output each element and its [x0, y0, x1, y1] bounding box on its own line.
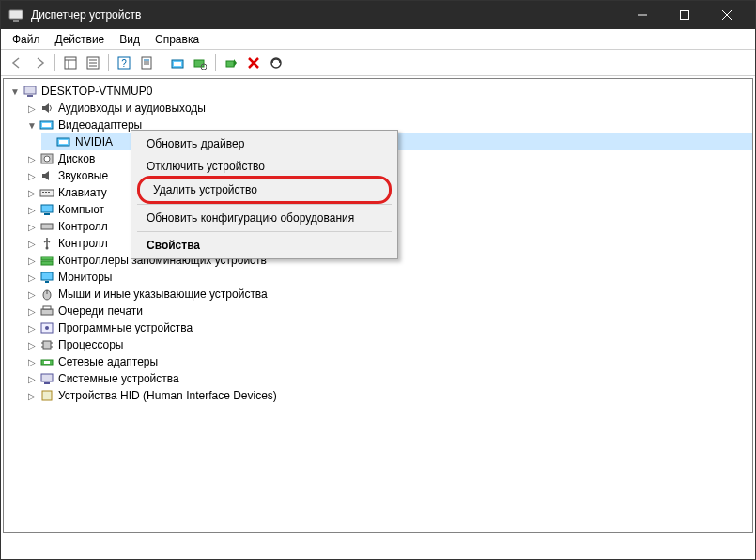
svg-text:?: ? [121, 58, 127, 69]
chevron-right-icon[interactable]: ▷ [26, 305, 38, 317]
content-area: ▼ DESKTOP-VTNMUP0 ▷Аудиовходы и аудиовых… [1, 76, 755, 535]
network-icon [39, 354, 54, 369]
chevron-down-icon[interactable]: ▼ [26, 119, 38, 131]
svg-rect-53 [43, 341, 51, 349]
menubar: Файл Действие Вид Справка [1, 29, 755, 50]
svg-point-52 [45, 326, 49, 330]
svg-rect-44 [41, 261, 53, 265]
tree-label: Мониторы [58, 271, 112, 284]
chevron-right-icon[interactable]: ▷ [26, 153, 38, 164]
tree-label: DESKTOP-VTNMUP0 [41, 85, 152, 98]
keyboard-icon [39, 185, 54, 200]
svg-rect-6 [65, 57, 76, 69]
sound-icon [39, 168, 54, 183]
tree-item-print-queues[interactable]: ▷Очереди печати [24, 303, 752, 319]
chevron-right-icon[interactable]: ▷ [26, 339, 38, 350]
monitor-icon [39, 270, 54, 285]
show-all-button[interactable] [83, 53, 103, 73]
svg-rect-59 [44, 361, 50, 364]
statusbar [3, 537, 753, 557]
help-button[interactable]: ? [114, 53, 134, 73]
cpu-icon [39, 337, 54, 352]
tree-item-audio[interactable]: ▷Аудиовходы и аудиовыходы [24, 100, 752, 117]
device-tree-pane[interactable]: ▼ DESKTOP-VTNMUP0 ▷Аудиовходы и аудиовых… [3, 78, 753, 533]
context-update-driver[interactable]: Обновить драйвер [133, 132, 395, 155]
chevron-right-icon[interactable]: ▷ [26, 322, 38, 334]
toolbar-separator [162, 54, 162, 71]
svg-rect-39 [41, 205, 53, 212]
show-hide-tree-button[interactable] [60, 53, 81, 73]
chevron-right-icon[interactable]: ▷ [26, 102, 38, 114]
menu-file[interactable]: Файл [5, 31, 48, 48]
toolbar-separator [215, 54, 216, 71]
svg-rect-62 [42, 391, 52, 400]
context-uninstall-device[interactable]: Удалить устройство [140, 179, 389, 201]
tree-label: Мыши и иные указывающие устройства [58, 288, 268, 301]
context-disable-device[interactable]: Отключить устройство [133, 155, 395, 178]
svg-rect-41 [41, 224, 53, 229]
chevron-right-icon[interactable]: ▷ [26, 356, 38, 367]
svg-rect-23 [226, 61, 234, 67]
svg-rect-46 [45, 281, 49, 283]
close-button[interactable] [705, 1, 748, 29]
menu-action[interactable]: Действие [48, 31, 113, 48]
back-button[interactable] [7, 53, 27, 73]
update-driver-button[interactable] [167, 53, 188, 73]
minimize-button[interactable] [621, 1, 663, 29]
tree-label: Системные устройства [58, 372, 179, 385]
disable-button[interactable] [266, 53, 286, 73]
properties-button[interactable] [136, 53, 157, 73]
svg-rect-38 [48, 192, 50, 193]
chevron-right-icon[interactable]: ▷ [26, 204, 38, 215]
uninstall-button[interactable] [243, 53, 264, 73]
menu-view[interactable]: Вид [112, 31, 147, 48]
svg-rect-30 [42, 123, 51, 127]
tree-item-network[interactable]: ▷Сетевые адаптеры [24, 353, 752, 370]
software-icon [39, 320, 54, 335]
chevron-right-icon[interactable]: ▷ [26, 238, 38, 249]
controller-icon [39, 219, 54, 234]
chevron-right-icon[interactable]: ▷ [26, 390, 38, 401]
menu-separator [137, 231, 392, 232]
usb-icon [39, 236, 54, 251]
chevron-right-icon[interactable]: ▷ [26, 272, 38, 283]
svg-point-42 [46, 247, 49, 250]
menu-help[interactable]: Справка [147, 31, 207, 48]
scan-hardware-button[interactable] [190, 53, 210, 73]
tree-item-hid[interactable]: ▷Устройства HID (Human Interface Devices… [24, 387, 752, 404]
enable-device-button[interactable] [221, 53, 241, 73]
tree-item-mice[interactable]: ▷Мыши и иные указывающие устройства [24, 286, 752, 303]
svg-rect-37 [45, 192, 47, 193]
chevron-right-icon[interactable]: ▷ [26, 187, 38, 198]
chevron-right-icon[interactable]: ▷ [26, 255, 38, 266]
tree-label: Сетевые адаптеры [58, 355, 158, 368]
svg-rect-20 [174, 62, 181, 66]
tree-item-processors[interactable]: ▷Процессоры [24, 336, 752, 353]
chevron-down-icon[interactable]: ▼ [9, 86, 21, 97]
tree-item-software-devices[interactable]: ▷Программные устройства [24, 319, 752, 336]
forward-button[interactable] [29, 53, 50, 73]
tree-item-system[interactable]: ▷Системные устройства [24, 370, 752, 387]
mouse-icon [39, 287, 54, 302]
svg-rect-15 [142, 57, 151, 69]
tree-label: Программные устройства [58, 321, 193, 334]
tree-label: Устройства HID (Human Interface Devices) [58, 389, 277, 402]
context-scan-hardware[interactable]: Обновить конфигурацию оборудования [133, 207, 395, 229]
tree-label: Процессоры [58, 338, 124, 351]
chevron-right-icon[interactable]: ▷ [26, 221, 38, 232]
svg-rect-36 [42, 192, 44, 193]
tree-item-monitors[interactable]: ▷Мониторы [24, 269, 752, 286]
chevron-right-icon[interactable]: ▷ [26, 288, 38, 300]
tree-label: Звуковые [58, 169, 108, 182]
display-adapter-icon [56, 134, 71, 149]
window-controls [621, 1, 748, 29]
tree-label: Компьют [58, 203, 104, 216]
tree-label: Дисков [58, 152, 95, 165]
context-properties[interactable]: Свойства [133, 234, 395, 257]
chevron-right-icon[interactable]: ▷ [26, 373, 38, 384]
audio-icon [39, 101, 54, 116]
window-title: Диспетчер устройств [31, 8, 621, 22]
chevron-right-icon[interactable]: ▷ [26, 170, 38, 181]
maximize-button[interactable] [663, 1, 705, 29]
tree-root[interactable]: ▼ DESKTOP-VTNMUP0 [8, 83, 752, 100]
